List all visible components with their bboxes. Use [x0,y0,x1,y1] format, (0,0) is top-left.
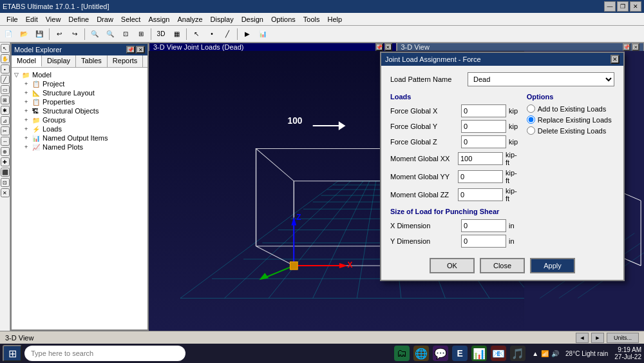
minimize-button[interactable]: — [604,1,616,12]
ok-button[interactable]: OK [430,258,475,273]
menu-options[interactable]: Options [267,14,299,25]
delete-tool[interactable]: ✕ [1,188,10,197]
panel-pin-btn[interactable]: 📌 [126,46,135,54]
plan-view-btn[interactable]: ▦ [169,27,184,41]
draw-link-tool[interactable]: ⊞ [1,95,10,104]
maximize-button[interactable]: ❐ [617,1,629,12]
zoom-out-btn[interactable]: 🔍 [103,27,117,41]
view1-close-btn[interactable]: ✕ [384,43,392,51]
nav-prev-btn[interactable]: ◄ [576,333,589,343]
zoom-region-btn[interactable]: ⊞ [134,27,148,41]
close-button[interactable]: Close [480,258,525,273]
taskbar-search-input[interactable] [24,346,185,361]
tree-structural-objects[interactable]: + 🏗 Structural Objects [24,106,145,115]
y-dim-input[interactable] [461,235,506,248]
menu-design[interactable]: Design [238,14,267,25]
menu-file[interactable]: File [3,14,22,25]
save-btn[interactable]: 💾 [32,27,46,41]
tree-properties[interactable]: + 📋 Properties [24,97,145,106]
menu-assign[interactable]: Assign [144,14,173,25]
option-replace-label: Replace Existing Loads [538,116,612,124]
tree-named-plots[interactable]: + 📈 Named Plots [24,142,145,152]
draw-point-btn[interactable]: • [205,27,219,41]
tree-groups[interactable]: + 📁 Groups [24,115,145,124]
3d-view-btn[interactable]: 3D [154,27,168,41]
menu-help[interactable]: Help [324,14,346,25]
move-tool[interactable]: ✚ [1,157,10,166]
menu-analyze[interactable]: Analyze [173,14,206,25]
svg-text:100: 100 [288,115,303,126]
dialog-close-btn[interactable]: ✕ [611,55,620,64]
task-icon-3[interactable]: 💬 [433,346,448,361]
insertion-point-tool[interactable]: ⊕ [1,147,10,156]
nav-next-btn[interactable]: ► [591,333,604,343]
menu-view[interactable]: View [42,14,65,25]
select-btn[interactable]: ↖ [189,27,204,41]
undo-btn[interactable]: ↩ [52,27,66,41]
hand-tool[interactable]: ✋ [1,54,10,63]
display-btn[interactable]: 📊 [256,27,270,41]
tree-project[interactable]: + 📋 Project [24,79,145,88]
open-btn[interactable]: 📂 [17,27,31,41]
start-button[interactable]: ⊞ [3,345,22,362]
options-section-title: Options [527,93,614,101]
reshape-tool[interactable]: ⊿ [1,116,10,125]
task-icon-1[interactable]: 🗂 [394,346,410,361]
task-icon-4[interactable]: E [452,346,468,361]
force-x-input[interactable] [461,104,506,117]
zoom-in-btn[interactable]: 🔍 [88,27,102,41]
close-button[interactable]: ✕ [630,1,641,12]
tree-root-model[interactable]: ▽ 📁 Model [14,70,145,79]
section-cut-tool[interactable]: ✂ [1,126,10,135]
load-pattern-select[interactable]: Dead Live [468,72,614,86]
draw-line-btn[interactable]: ╱ [220,27,234,41]
option-replace-radio[interactable] [527,115,535,124]
tree-named-output[interactable]: + 📊 Named Output Items [24,133,145,142]
tab-reports[interactable]: Reports [108,55,144,67]
force-z-input[interactable] [461,135,506,148]
tab-tables[interactable]: Tables [76,55,108,67]
menu-draw[interactable]: Draw [93,14,117,25]
view2-pin-btn[interactable]: 📌 [623,43,630,51]
task-icon-5[interactable]: 📊 [471,346,487,361]
force-y-input[interactable] [461,120,506,133]
extrude-tool[interactable]: ⬛ [1,168,10,177]
pointer-tool[interactable]: ↖ [1,44,10,53]
task-icon-2[interactable]: 🌐 [413,346,429,361]
moment-xx-row: Moment Global XX kip-ft [390,151,520,166]
tab-display[interactable]: Display [42,55,76,67]
tree-loads[interactable]: + ⚡ Loads [24,124,145,133]
apply-button[interactable]: Apply [530,258,575,273]
option-delete-radio[interactable] [527,126,535,135]
panel-close-btn[interactable]: ✕ [136,46,145,54]
assign-tool[interactable]: ✱ [1,106,10,115]
run-analysis-btn[interactable]: ▶ [240,27,254,41]
draw-frame-tool[interactable]: ╱ [1,75,10,84]
view2-close-btn[interactable]: ✕ [632,43,639,51]
menu-edit[interactable]: Edit [22,14,42,25]
option-add-radio[interactable] [527,104,535,113]
menu-select[interactable]: Select [117,14,145,25]
draw-area-tool[interactable]: ▭ [1,85,10,94]
dimension-tool[interactable]: ↔ [1,137,10,146]
view1-pin-btn[interactable]: 📌 [375,43,383,51]
x-dim-input[interactable] [461,219,506,232]
units-btn[interactable]: Units... [607,333,639,343]
draw-node-tool[interactable]: • [1,64,10,74]
moment-xx-input[interactable] [458,152,503,165]
menu-define[interactable]: Define [64,14,93,25]
moment-zz-input[interactable] [458,188,503,201]
option-replace-row: Replace Existing Loads [527,115,614,124]
menu-display[interactable]: Display [207,14,238,25]
zoom-fit-btn[interactable]: ⊡ [118,27,133,41]
replicate-tool[interactable]: ⊡ [1,178,10,187]
tree-structure-layout[interactable]: + 📐 Structure Layout [24,88,145,97]
task-icon-6[interactable]: 📧 [491,346,506,361]
task-icon-7[interactable]: 🎵 [510,346,526,361]
new-btn[interactable]: 📄 [1,27,15,41]
menu-tools[interactable]: Tools [299,14,324,25]
redo-btn[interactable]: ↪ [68,27,82,41]
moment-yy-input[interactable] [458,170,503,183]
loads-section: Loads Force Global X kip Force Global Y … [390,93,520,250]
tab-model[interactable]: Model [12,55,42,67]
